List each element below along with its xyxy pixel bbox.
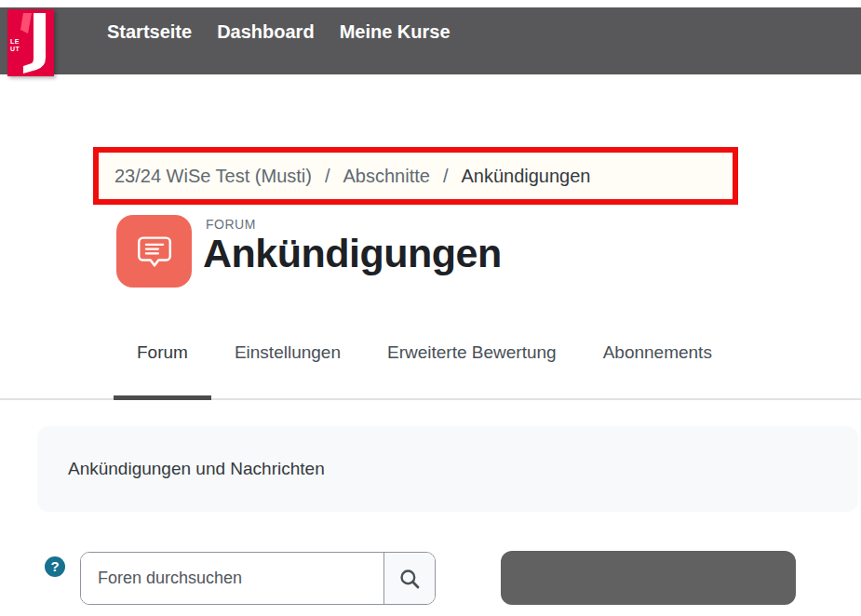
search-input[interactable] (81, 553, 383, 604)
moodle-forum-page: Startseite Dashboard Meine Kurse LE UT 2… (0, 0, 861, 616)
page-title: Ankündigungen (203, 231, 502, 276)
nav-item-dashboard[interactable]: Dashboard (217, 20, 314, 44)
breadcrumb-current-page: Ankündigungen (461, 166, 590, 187)
speech-bubble-icon (133, 230, 176, 273)
breadcrumb-course-link[interactable]: 23/24 WiSe Test (Musti) (114, 166, 312, 187)
redacted-action-button[interactable] (501, 551, 796, 605)
search-icon (397, 567, 422, 591)
breadcrumb-separator: / (443, 166, 449, 187)
tab-forum[interactable]: Forum (114, 333, 211, 398)
help-icon[interactable]: ? (45, 556, 65, 577)
nav-item-startseite[interactable]: Startseite (107, 20, 192, 44)
top-navbar: Startseite Dashboard Meine Kurse (0, 7, 861, 74)
breadcrumb-separator: / (325, 166, 330, 187)
breadcrumb: 23/24 WiSe Test (Musti) / Abschnitte / A… (99, 153, 733, 199)
annotation-highlight-box: 23/24 WiSe Test (Musti) / Abschnitte / A… (93, 147, 738, 205)
tab-einstellungen[interactable]: Einstellungen (211, 333, 364, 398)
primary-navigation: Startseite Dashboard Meine Kurse (107, 20, 451, 44)
activity-type-label: FORUM (206, 217, 256, 232)
search-button[interactable] (383, 553, 435, 604)
nav-item-meine-kurse[interactable]: Meine Kurse (340, 20, 451, 44)
tab-erweiterte-bewertung[interactable]: Erweiterte Bewertung (364, 333, 580, 398)
forum-activity-icon (116, 215, 192, 288)
forum-search (80, 552, 436, 605)
breadcrumb-sections-link[interactable]: Abschnitte (343, 166, 430, 187)
tab-bar: Forum Einstellungen Erweiterte Bewertung… (0, 333, 861, 400)
logo-text: LE UT (10, 38, 20, 53)
forum-description-panel: Ankündigungen und Nachrichten (37, 426, 858, 512)
forum-description-text: Ankündigungen und Nachrichten (37, 426, 858, 512)
university-logo[interactable]: LE UT (7, 9, 54, 76)
tab-abonnements[interactable]: Abonnements (580, 333, 735, 398)
